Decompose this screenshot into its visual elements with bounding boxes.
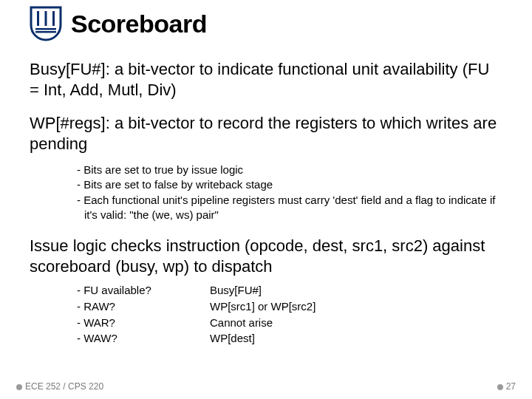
check-q: RAW?	[83, 300, 115, 313]
svg-rect-0	[37, 11, 39, 26]
content: Busy[FU#]: a bit-vector to indicate func…	[30, 41, 502, 347]
para-issue: Issue logic checks instruction (opcode, …	[30, 236, 502, 276]
page-number: 27	[506, 381, 516, 392]
bullet-icon	[497, 384, 503, 390]
check-a: Cannot arise	[210, 315, 502, 331]
svg-rect-2	[52, 11, 55, 26]
svg-rect-3	[35, 28, 56, 30]
para-busy: Busy[FU#]: a bit-vector to indicate func…	[30, 59, 502, 100]
check-a: Busy[FU#]	[210, 282, 502, 299]
check-row: - WAR? Cannot arise	[77, 315, 502, 331]
check-q: WAR?	[83, 316, 115, 329]
header: Scoreboard	[30, 0, 502, 41]
check-row: - WAW? WP[dest]	[77, 330, 502, 347]
course-code: ECE 252 / CPS 220	[25, 381, 103, 392]
check-q: WAW?	[83, 332, 117, 344]
wp-note-text: Each functional unit's pipeline register…	[83, 194, 495, 221]
check-q: FU available?	[83, 284, 151, 296]
check-row: - RAW? WP[src1] or WP[src2]	[77, 299, 502, 315]
para-wp: WP[#regs]: a bit-vector to record the re…	[30, 113, 502, 154]
wp-notes: - Bits are set to true by issue logic - …	[77, 163, 502, 222]
list-item: - Bits are set to true by issue logic	[77, 163, 502, 177]
check-row: - FU available? Busy[FU#]	[77, 282, 502, 299]
wp-note-text: Bits are set to true by issue logic	[83, 163, 243, 176]
footer: ECE 252 / CPS 220 27	[0, 381, 532, 392]
bullet-icon	[16, 384, 22, 390]
list-item: - Bits are set to false by writeback sta…	[77, 177, 502, 192]
footer-right: 27	[497, 381, 516, 392]
wp-note-text: Bits are set to false by writeback stage	[83, 178, 273, 191]
list-item: - Each functional unit's pipeline regist…	[77, 193, 502, 223]
check-a: WP[dest]	[210, 330, 502, 347]
slide-title: Scoreboard	[71, 10, 207, 38]
slide: Scoreboard Busy[FU#]: a bit-vector to in…	[0, 0, 532, 399]
duke-shield-icon	[30, 6, 62, 41]
svg-rect-1	[45, 11, 47, 26]
footer-left: ECE 252 / CPS 220	[16, 381, 103, 392]
check-a: WP[src1] or WP[src2]	[210, 299, 502, 315]
checks: - FU available? Busy[FU#] - RAW? WP[src1…	[77, 282, 502, 347]
svg-rect-4	[35, 31, 56, 33]
